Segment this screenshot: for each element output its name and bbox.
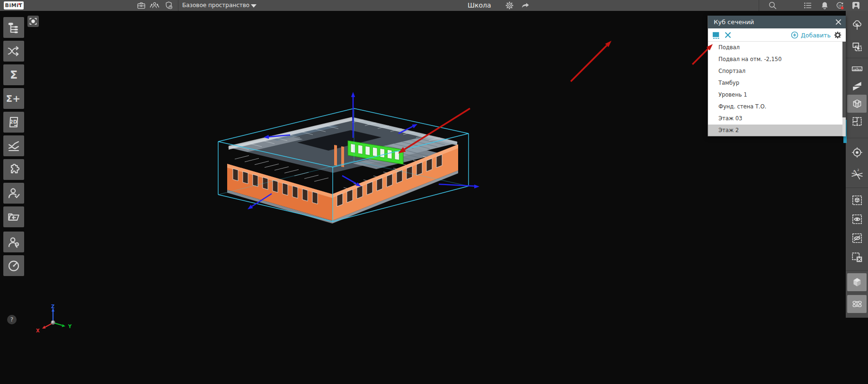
axis-y-label: Y (68, 324, 72, 329)
sidebar-item-charts[interactable] (3, 135, 24, 156)
briefcase-icon[interactable] (136, 0, 146, 10)
history-badge-count: 10 (838, 4, 842, 7)
top-bar: BiMiT Базовое пространство Школа 10 (0, 0, 868, 11)
select-similar-icon[interactable] (847, 38, 867, 56)
section-list: Подвал Подвал на отм. -2,150 Спортзал Та… (708, 42, 846, 136)
section-plane-icon[interactable] (847, 77, 867, 95)
solid-view-cube-icon[interactable] (847, 273, 867, 291)
list-item[interactable]: Подвал (708, 42, 846, 54)
clear-box-icon[interactable] (847, 248, 867, 266)
focus-model-button[interactable] (27, 16, 39, 27)
list-item[interactable]: Уровень 1 (708, 89, 846, 101)
section-cube-icon[interactable] (847, 95, 867, 113)
topbar-divider-right (759, 0, 759, 11)
sidebar-item-plugins[interactable] (3, 159, 24, 180)
svg-text:1: 1 (853, 170, 855, 173)
sidebar-item-user-location[interactable] (3, 232, 24, 252)
sidebar-item-clash-shuffle[interactable] (3, 41, 24, 62)
list-item[interactable]: Подвал на отм. -2,150 (708, 54, 846, 65)
shield-check-icon[interactable] (164, 0, 174, 10)
svg-text:Σ: Σ (10, 68, 18, 81)
list-item[interactable]: Этаж 03 (708, 113, 846, 125)
settings-gear-icon[interactable] (505, 0, 514, 10)
axis-triad: Z Y X (36, 304, 72, 333)
share-icon[interactable] (521, 0, 531, 10)
workspace-select[interactable]: Базовое пространство (182, 0, 249, 11)
project-title: Школа (468, 0, 491, 11)
panel-scrollbar-thumb[interactable] (842, 42, 846, 117)
isolate-box-icon[interactable] (847, 191, 867, 209)
sidebar-item-model-tree[interactable] (3, 17, 24, 38)
panel-title: Куб сечений (714, 18, 754, 26)
logo-accent-dot (18, 3, 20, 5)
handle-lower-right (342, 176, 361, 187)
sidebar-item-dashboard-gauge[interactable] (3, 255, 24, 276)
panel-settings-gear-icon[interactable] (833, 31, 842, 39)
axis-x-label: X (36, 328, 40, 333)
history-icon[interactable]: 10 (835, 0, 845, 10)
measure-ruler-icon[interactable] (847, 60, 867, 78)
team-icon[interactable] (150, 0, 159, 10)
sidebar-item-sum[interactable]: Σ (3, 64, 24, 85)
notification-dot (841, 7, 844, 9)
svg-text:2D: 2D (10, 119, 17, 125)
handle-right (439, 184, 479, 188)
clear-section-icon[interactable] (724, 31, 732, 39)
axis-z-label: Z (51, 304, 54, 309)
environment-tree-icon[interactable] (847, 16, 867, 34)
account-icon[interactable] (851, 0, 861, 10)
workspace-dropdown-caret[interactable] (251, 4, 257, 8)
help-button[interactable]: ? (7, 315, 17, 324)
plus-circle-icon (791, 31, 798, 39)
panel-header: Куб сечений (708, 16, 846, 28)
topbar-divider (178, 0, 178, 11)
section-cube-panel: Куб сечений Добавить Подвал Подвал на от… (708, 16, 846, 136)
floorplan-icon[interactable] (847, 112, 867, 130)
svg-text:2: 2 (857, 169, 859, 171)
panel-scrollbar[interactable] (842, 42, 846, 136)
show-box-icon[interactable] (847, 210, 867, 228)
app-logo[interactable]: BiMiT (4, 1, 24, 9)
sidebar-item-2d-drawings[interactable]: 2D (3, 112, 24, 133)
search-icon[interactable] (768, 0, 778, 10)
panel-toolbar: Добавить (708, 28, 846, 42)
focus-target-icon[interactable] (847, 143, 867, 161)
section-box-mode-icon[interactable] (712, 31, 721, 40)
list-item[interactable]: Спортзал (708, 65, 846, 77)
grids-axes-icon[interactable]: 12 (847, 166, 867, 184)
svg-text:Σ+: Σ+ (7, 93, 20, 104)
list-item[interactable]: Фунд. стена Т.О. (708, 101, 846, 113)
sidebar-item-user-approve[interactable] (3, 183, 24, 204)
orbit-icon[interactable] (847, 295, 867, 313)
list-item-selected[interactable]: Этаж 2 (708, 125, 846, 136)
add-section-button[interactable]: Добавить (791, 30, 831, 40)
building-model[interactable] (227, 117, 458, 223)
list-item[interactable]: Тамбур (708, 77, 846, 89)
hide-box-icon[interactable] (847, 229, 867, 247)
notifications-bell-icon[interactable] (820, 0, 830, 10)
list-menu-icon[interactable] (803, 0, 813, 10)
panel-close-icon[interactable] (835, 18, 842, 26)
right-toolbar: 12 (846, 11, 868, 318)
sidebar-item-folder-import[interactable] (3, 206, 24, 227)
sidebar-item-sum-add[interactable]: Σ+ (3, 88, 24, 109)
add-section-label: Добавить (801, 32, 831, 39)
